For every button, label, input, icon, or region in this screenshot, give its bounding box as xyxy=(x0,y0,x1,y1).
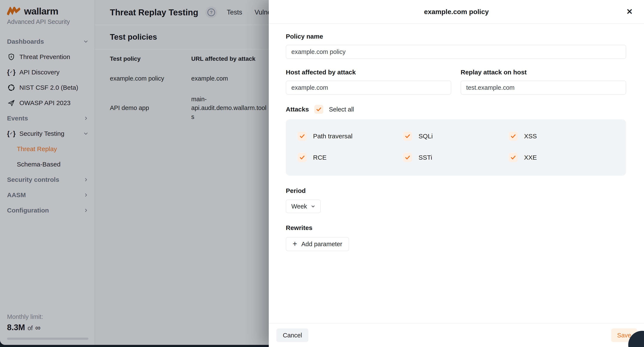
attack-checkbox-sqli[interactable]: SQLi xyxy=(403,132,508,141)
checkbox-checked-icon xyxy=(509,132,518,141)
app-window: wallarm Advanced API Security Dashboards xyxy=(0,0,644,347)
replay-host-label: Replay attack on host xyxy=(461,69,626,76)
period-select[interactable]: Week xyxy=(286,199,321,213)
modal-title: example.com policy xyxy=(424,8,489,16)
select-all-checkbox[interactable] xyxy=(314,105,323,114)
select-all-label: Select all xyxy=(329,106,354,113)
period-value: Week xyxy=(291,203,307,210)
plus-icon: + xyxy=(292,240,297,248)
cancel-button[interactable]: Cancel xyxy=(276,328,308,342)
policy-edit-modal: example.com policy ✕ Policy name Host af… xyxy=(269,0,644,347)
host-affected-input[interactable] xyxy=(286,81,451,95)
close-icon[interactable]: ✕ xyxy=(624,6,636,18)
replay-host-input[interactable] xyxy=(461,81,626,95)
host-affected-label: Host affected by attack xyxy=(286,69,451,76)
period-label: Period xyxy=(286,187,626,194)
checkbox-checked-icon xyxy=(403,153,412,162)
checkbox-checked-icon xyxy=(403,132,412,141)
checkbox-checked-icon xyxy=(509,153,518,162)
attack-checkbox-ssti[interactable]: SSTi xyxy=(403,153,508,162)
rewrites-label: Rewrites xyxy=(286,224,626,231)
policy-name-input[interactable] xyxy=(286,45,626,59)
attack-checkbox-xxe[interactable]: XXE xyxy=(509,153,614,162)
attack-checkbox-path-traversal[interactable]: Path traversal xyxy=(298,132,403,141)
checkbox-checked-icon xyxy=(298,132,307,141)
attack-checkbox-xss[interactable]: XSS xyxy=(509,132,614,141)
modal-footer: Cancel Save xyxy=(269,323,644,347)
modal-body: Policy name Host affected by attack Repl… xyxy=(269,24,644,323)
chevron-down-icon xyxy=(311,204,315,208)
attacks-panel: Path traversal SQLi XSS xyxy=(286,119,626,176)
policy-name-label: Policy name xyxy=(286,33,626,40)
add-parameter-button[interactable]: + Add parameter xyxy=(286,237,349,251)
attacks-label: Attacks xyxy=(286,106,309,113)
attack-checkbox-rce[interactable]: RCE xyxy=(298,153,403,162)
checkbox-checked-icon xyxy=(298,153,307,162)
modal-backdrop[interactable] xyxy=(0,0,269,347)
modal-header: example.com policy ✕ xyxy=(269,0,644,24)
